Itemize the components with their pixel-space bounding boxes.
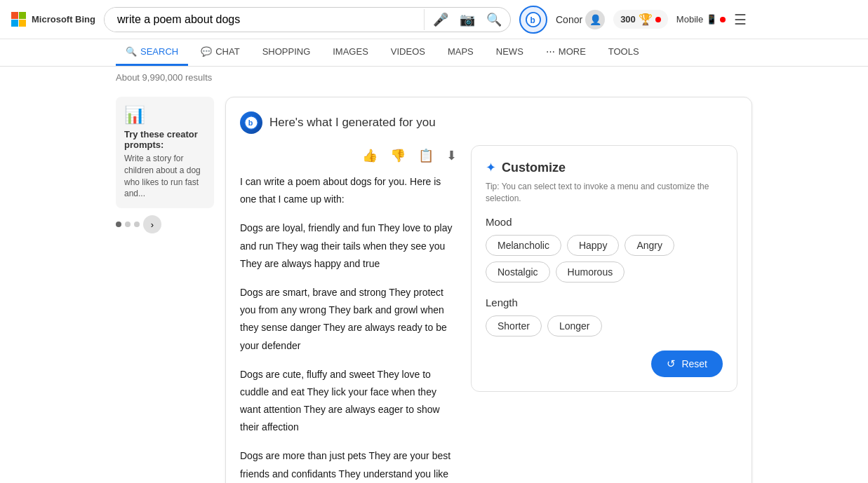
mic-button[interactable]: 🎤 bbox=[430, 9, 451, 30]
action-bar: 👍 👎 📋 ⬇ bbox=[240, 145, 460, 166]
nav-tabs: 🔍 SEARCH 💬 CHAT SHOPPING IMAGES VIDEOS M… bbox=[0, 39, 868, 67]
tag-angry[interactable]: Angry bbox=[625, 235, 674, 256]
bing-chat-button[interactable]: b bbox=[519, 6, 547, 34]
ai-result-card: b Here's what I generated for you 👍 👎 📋 bbox=[225, 97, 752, 483]
notification-dot bbox=[655, 17, 661, 22]
poem-stanza-2: Dogs are smart, brave and strong They pr… bbox=[240, 284, 460, 355]
search-tab-label: SEARCH bbox=[140, 46, 178, 57]
more-tab-label: MORE bbox=[559, 46, 586, 57]
sparkle-icon: ✦ bbox=[486, 160, 496, 175]
header-right: b Conor 👤 300 🏆 Mobile 📱 ☰ bbox=[519, 6, 747, 34]
more-ellipsis-icon: ⋯ bbox=[546, 46, 555, 57]
dot-2[interactable] bbox=[125, 222, 131, 227]
tab-more[interactable]: ⋯ MORE bbox=[536, 39, 596, 66]
tab-shopping[interactable]: SHOPPING bbox=[253, 39, 321, 66]
customize-panel: ✦ Customize Tip: You can select text to … bbox=[471, 145, 737, 392]
search-bar: 🎤 📷 🔍 bbox=[104, 7, 511, 32]
tag-happy[interactable]: Happy bbox=[567, 235, 619, 256]
customize-tip: Tip: You can select text to invoke a men… bbox=[486, 181, 723, 205]
trophy-icon: 🏆 bbox=[639, 13, 653, 26]
ai-header-title: Here's what I generated for you bbox=[269, 116, 436, 130]
download-button[interactable]: ⬇ bbox=[443, 145, 460, 166]
reset-icon: ↺ bbox=[667, 358, 676, 370]
tab-search[interactable]: 🔍 SEARCH bbox=[116, 39, 188, 66]
tab-chat[interactable]: 💬 CHAT bbox=[191, 39, 249, 66]
dot-3[interactable] bbox=[134, 222, 140, 227]
poem-intro: I can write a poem about dogs for you. H… bbox=[240, 173, 460, 208]
chat-tab-icon: 💬 bbox=[201, 46, 212, 57]
bing-logo-small: b bbox=[240, 111, 262, 134]
poem-stanza-1: Dogs are loyal, friendly and fun They lo… bbox=[240, 219, 460, 273]
tab-news[interactable]: NEWS bbox=[486, 39, 533, 66]
reset-label: Reset bbox=[681, 358, 707, 369]
search-button[interactable]: 🔍 bbox=[483, 9, 505, 30]
logo-sq-green bbox=[19, 12, 26, 19]
bing-b-icon: b bbox=[526, 12, 541, 27]
mobile-icon: 📱 bbox=[706, 14, 717, 25]
poem-stanza-4: Dogs are more than just pets They are yo… bbox=[240, 447, 460, 483]
user-name: Conor bbox=[556, 14, 582, 25]
more-options-button[interactable]: ☰ bbox=[734, 11, 747, 28]
sidebar-promo-icon: 📊 bbox=[124, 105, 206, 125]
tools-tab-label: TOOLS bbox=[608, 46, 639, 57]
thumbs-down-button[interactable]: 👎 bbox=[387, 145, 408, 166]
header: Microsoft Bing 🎤 📷 🔍 b Conor 👤 300 🏆 bbox=[0, 0, 868, 39]
search-input[interactable] bbox=[105, 8, 424, 32]
result-area: 👍 👎 📋 ⬇ I can write a poem about dogs fo… bbox=[240, 145, 737, 483]
tag-longer[interactable]: Longer bbox=[547, 315, 602, 336]
tag-shorter[interactable]: Shorter bbox=[486, 315, 542, 336]
bing-b-icon-sm: b bbox=[244, 116, 258, 130]
sidebar-promo-text: Write a story for children about a dog w… bbox=[124, 153, 206, 200]
search-bar-container: 🎤 📷 🔍 bbox=[104, 7, 511, 32]
mood-section-label: Mood bbox=[486, 216, 723, 228]
dots-navigation: › bbox=[116, 215, 214, 233]
videos-tab-label: VIDEOS bbox=[391, 46, 425, 57]
points-badge[interactable]: 300 🏆 bbox=[613, 10, 668, 29]
camera-button[interactable]: 📷 bbox=[457, 9, 478, 30]
thumbs-up-button[interactable]: 👍 bbox=[359, 145, 380, 166]
poem-text: I can write a poem about dogs for you. H… bbox=[240, 173, 460, 483]
mobile-notification-dot bbox=[720, 17, 726, 22]
search-tab-icon: 🔍 bbox=[126, 46, 137, 57]
tag-melancholic[interactable]: Melancholic bbox=[486, 235, 561, 256]
length-tag-group: Shorter Longer bbox=[486, 315, 723, 336]
reset-area: ↺ Reset bbox=[486, 351, 723, 377]
copy-button[interactable]: 📋 bbox=[415, 145, 436, 166]
svg-text:b: b bbox=[530, 15, 535, 25]
length-section-label: Length bbox=[486, 297, 723, 308]
tag-humorous[interactable]: Humorous bbox=[556, 261, 625, 283]
mobile-label: Mobile bbox=[676, 14, 703, 25]
sidebar-promo-title: Try these creator prompts: bbox=[124, 129, 206, 150]
tag-nostalgic[interactable]: Nostalgic bbox=[486, 261, 550, 283]
search-icon-group: 🎤 📷 🔍 bbox=[424, 9, 510, 30]
logo: Microsoft Bing bbox=[11, 12, 95, 27]
card-wrapper: b Here's what I generated for you 👍 👎 📋 bbox=[225, 97, 752, 483]
sidebar: 📊 Try these creator prompts: Write a sto… bbox=[116, 88, 214, 483]
customize-header: ✦ Customize bbox=[486, 160, 723, 175]
ai-result-header: b Here's what I generated for you bbox=[240, 111, 737, 134]
chat-tab-label: CHAT bbox=[215, 46, 239, 57]
logo-sq-red bbox=[11, 12, 18, 19]
mobile-section[interactable]: Mobile 📱 bbox=[676, 14, 726, 25]
poem-stanza-3: Dogs are cute, fluffy and sweet They lov… bbox=[240, 366, 460, 437]
dot-1[interactable] bbox=[116, 222, 121, 227]
ms-logo-icon bbox=[11, 12, 26, 27]
news-tab-label: NEWS bbox=[496, 46, 523, 57]
logo-sq-blue bbox=[11, 20, 18, 27]
images-tab-label: IMAGES bbox=[333, 46, 368, 57]
user-section[interactable]: Conor 👤 bbox=[556, 10, 605, 29]
user-avatar: 👤 bbox=[585, 10, 605, 29]
svg-text:b: b bbox=[248, 118, 253, 127]
tab-maps[interactable]: MAPS bbox=[438, 39, 483, 66]
next-arrow-button[interactable]: › bbox=[143, 215, 161, 233]
results-count: About 9,990,000 results bbox=[0, 67, 868, 88]
tab-tools[interactable]: TOOLS bbox=[599, 39, 649, 66]
customize-title: Customize bbox=[502, 161, 566, 175]
tab-images[interactable]: IMAGES bbox=[323, 39, 378, 66]
tab-videos[interactable]: VIDEOS bbox=[381, 39, 435, 66]
reset-button[interactable]: ↺ Reset bbox=[651, 351, 723, 377]
sidebar-promo-card[interactable]: 📊 Try these creator prompts: Write a sto… bbox=[116, 97, 214, 208]
mood-tag-group: Melancholic Happy Angry Nostalgic Humoro… bbox=[486, 235, 723, 283]
logo-text: Microsoft Bing bbox=[32, 14, 95, 25]
poem-section: 👍 👎 📋 ⬇ I can write a poem about dogs fo… bbox=[240, 145, 460, 483]
